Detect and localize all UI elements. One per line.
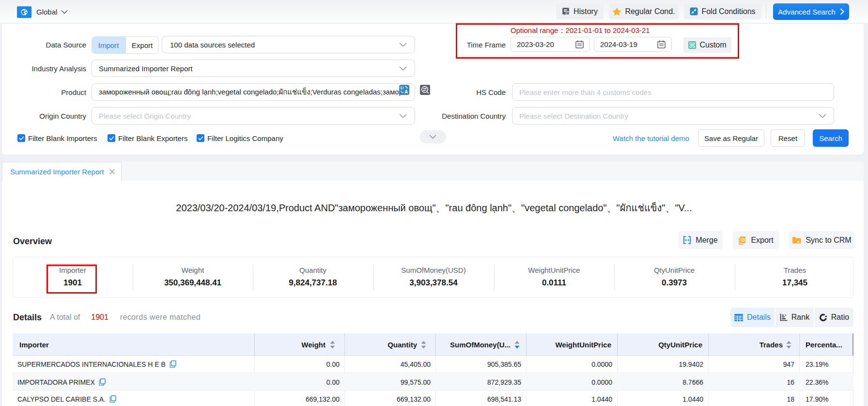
svg-text:A: A <box>404 89 408 94</box>
svg-text:中: 中 <box>400 86 404 91</box>
